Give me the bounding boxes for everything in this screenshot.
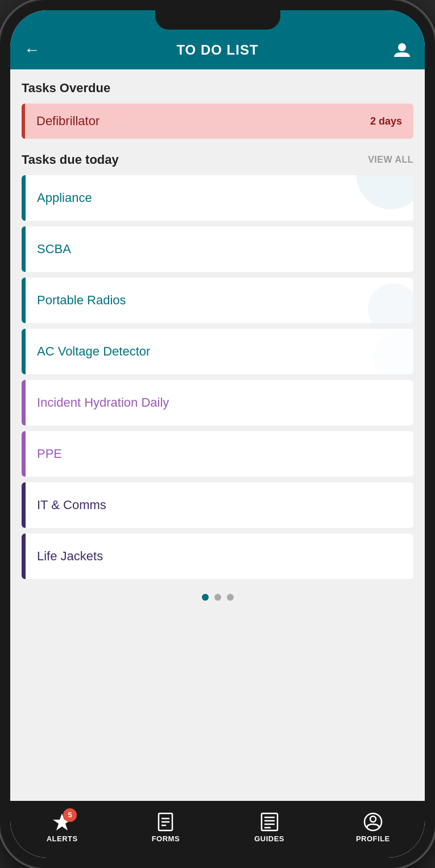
- alerts-badge: 5: [63, 808, 77, 822]
- decorative-watermark2: [368, 283, 413, 323]
- task-name: AC Voltage Detector: [26, 329, 161, 374]
- nav-alerts[interactable]: 5 ALERTS: [10, 801, 114, 858]
- task-name: SCBA: [26, 226, 82, 272]
- tasks-today-title: Tasks due today: [22, 152, 119, 167]
- svg-point-0: [398, 43, 406, 51]
- profile-button[interactable]: [388, 41, 411, 59]
- forms-icon: [155, 812, 176, 832]
- task-bar: [22, 482, 26, 528]
- task-name: Life Jackets: [26, 534, 114, 579]
- task-item-life-jackets[interactable]: Life Jackets: [22, 534, 413, 579]
- task-item-scba[interactable]: SCBA: [22, 226, 413, 272]
- overdue-task-name: Defibrillator: [36, 114, 100, 129]
- overdue-section-title: Tasks Overdue: [22, 81, 413, 96]
- task-bar: [22, 431, 26, 477]
- task-bar: [22, 278, 26, 323]
- guides-label: GUIDES: [254, 834, 284, 843]
- task-name: Incident Hydration Daily: [26, 380, 180, 425]
- task-item-ppe[interactable]: PPE: [22, 431, 413, 477]
- guides-icon-container: [259, 812, 280, 832]
- notch: [155, 10, 280, 30]
- overdue-task-days: 2 days: [370, 115, 402, 127]
- nav-profile-icon-container: [363, 812, 383, 832]
- task-item-appliance[interactable]: Appliance: [22, 175, 413, 221]
- content-area: Tasks Overdue Defibrillator 2 days Tasks…: [10, 69, 425, 801]
- pagination-dot-2[interactable]: [214, 594, 221, 601]
- task-name: Appliance: [26, 175, 103, 221]
- alerts-label: ALERTS: [47, 834, 78, 843]
- alerts-icon-container: 5: [52, 812, 72, 832]
- pagination-dot-1[interactable]: [202, 594, 209, 601]
- pagination-dots: [22, 585, 413, 605]
- app-header: ← TO DO LIST: [10, 35, 425, 69]
- back-button[interactable]: ←: [24, 41, 47, 59]
- task-bar: [22, 329, 26, 374]
- decorative-watermark: [357, 175, 413, 209]
- view-all-button[interactable]: VIEW ALL: [368, 155, 413, 165]
- nav-profile-icon: [363, 812, 383, 832]
- task-item-incident-hydration[interactable]: Incident Hydration Daily: [22, 380, 413, 425]
- guides-icon: [259, 812, 280, 832]
- tasks-today-header: Tasks due today VIEW ALL: [22, 152, 413, 167]
- task-name: Portable Radios: [26, 278, 138, 323]
- task-bar: [22, 534, 26, 579]
- forms-icon-container: [155, 812, 176, 832]
- task-bar: [22, 175, 26, 221]
- phone-screen: ← TO DO LIST Tasks Overdue Defibrillator…: [10, 10, 425, 858]
- task-item-portable-radios[interactable]: Portable Radios: [22, 278, 413, 323]
- nav-profile[interactable]: PROFILE: [321, 801, 425, 858]
- nav-guides[interactable]: GUIDES: [218, 801, 321, 858]
- svg-point-12: [370, 816, 376, 822]
- nav-forms[interactable]: FORMS: [114, 801, 217, 858]
- forms-label: FORMS: [152, 834, 180, 843]
- task-item-ac-voltage[interactable]: AC Voltage Detector: [22, 329, 413, 374]
- decorative-watermark3: [374, 329, 413, 374]
- profile-icon: [393, 41, 411, 59]
- profile-label: PROFILE: [356, 834, 390, 843]
- phone-frame: ← TO DO LIST Tasks Overdue Defibrillator…: [0, 0, 435, 868]
- page-title: TO DO LIST: [47, 42, 388, 58]
- bottom-navigation: 5 ALERTS FORMS: [10, 801, 425, 858]
- overdue-task-item[interactable]: Defibrillator 2 days: [22, 104, 413, 139]
- task-item-it-comms[interactable]: IT & Comms: [22, 482, 413, 528]
- task-bar: [22, 380, 26, 425]
- pagination-dot-3[interactable]: [227, 594, 234, 601]
- task-bar: [22, 226, 26, 272]
- task-name: PPE: [26, 431, 73, 477]
- task-name: IT & Comms: [26, 482, 118, 528]
